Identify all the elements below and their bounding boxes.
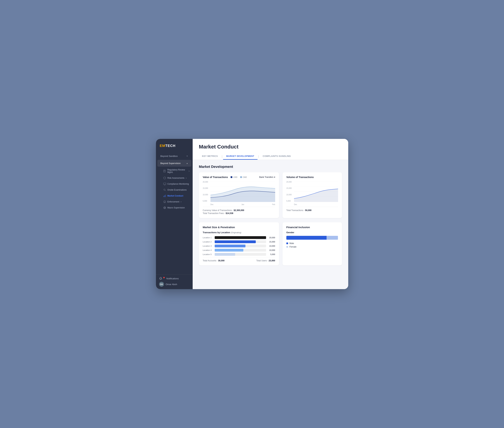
- app-frame: EMTECH Beyond Sandbox ▼ Beyond Supervisi…: [156, 139, 348, 289]
- market-size-footer: Total Accounts - 30,000 Total Users - 23…: [203, 257, 275, 262]
- usd-dot: [231, 176, 232, 178]
- sidebar-item-macro-supervision[interactable]: Macro Supervision: [156, 205, 193, 211]
- volume-x-labels: Dec: [294, 204, 338, 206]
- male-dot: [286, 242, 288, 244]
- bar-value-3: 10,000: [268, 245, 275, 247]
- svg-point-14: [165, 202, 165, 202]
- logo-em: EM: [160, 144, 165, 148]
- chart-footer: Currency Value of Transactions - $2,300,…: [203, 207, 275, 214]
- sidebar-item-regulatory-review[interactable]: Regulatory Review Mgmt. ›: [156, 167, 193, 175]
- search-icon: [163, 189, 166, 191]
- sidebar-item-market-conduct[interactable]: Market Conduct: [156, 193, 193, 199]
- sidebar-footer: Notifications OA Omar Aboh: [156, 274, 193, 289]
- line-chart-svg: [210, 181, 275, 202]
- sidebar-item-compliance-monitoring[interactable]: Compliance Monitoring: [156, 181, 193, 187]
- transaction-fees: $14,538: [226, 212, 233, 214]
- svg-rect-10: [164, 196, 165, 197]
- legend-male: Male: [286, 242, 338, 245]
- cad-dot: [240, 176, 242, 178]
- sidebar-item-onsite-examinations[interactable]: Onsite Examinations: [156, 187, 193, 193]
- main-body: Market Development Value of Transactions…: [193, 160, 348, 289]
- bar-row-2: Location 2 15,000: [203, 240, 275, 243]
- tab-market-development[interactable]: MARKET DEVELOPMENT: [223, 153, 257, 160]
- female-dot: [286, 246, 288, 248]
- legend-usd: USD: [231, 176, 237, 178]
- chevron-right-icon: ›: [189, 170, 190, 172]
- notifications-item[interactable]: Notifications: [159, 277, 190, 280]
- bar-row-5: Location 5 5,000: [203, 253, 275, 256]
- sidebar-nav: Beyond Sandbox ▼ Beyond Supervision ▲ Re…: [156, 151, 193, 274]
- total-users-value: 23,000: [269, 259, 275, 262]
- sidebar-item-beyond-supervision[interactable]: Beyond Supervision ▲: [157, 160, 191, 167]
- bar-track-2: [215, 240, 266, 243]
- chart-svg-container: [210, 181, 275, 202]
- bar-track-4: [215, 249, 266, 252]
- currency-value: $2,300,000: [234, 209, 244, 212]
- value-of-transactions-card: Value of Transactions USD CAD Bank: [199, 172, 279, 218]
- y-axis-labels: 20,000 15,000 10,000 5,000: [203, 181, 210, 202]
- tab-key-metrics[interactable]: KEY METRICS: [199, 153, 221, 160]
- bar-label-3: Location 3: [203, 245, 213, 247]
- female-label: Female: [289, 246, 296, 248]
- monitor-icon: [163, 182, 166, 185]
- volume-card-title: Volume of Transactions: [286, 176, 314, 179]
- card-title: Value of Transactions: [203, 176, 228, 179]
- volume-chart-svg-container: [294, 181, 338, 202]
- main-content: Market Conduct KEY METRICS | MARKET DEVE…: [193, 139, 348, 289]
- svg-line-8: [165, 190, 166, 191]
- bar-track-1: [215, 236, 266, 239]
- logo: EMTECH: [156, 139, 193, 151]
- card-header: Value of Transactions USD CAD Bank: [203, 176, 275, 179]
- chevron-down-icon: ▼: [186, 155, 188, 157]
- tab-divider: |: [221, 153, 223, 160]
- volume-y-labels: 20,000 15,000 10,000 5,000: [286, 181, 294, 202]
- notifications-label: Notifications: [167, 277, 179, 280]
- svg-rect-4: [163, 183, 166, 185]
- user-profile[interactable]: OA Omar Aboh: [159, 282, 190, 287]
- tab-bar: KEY METRICS | MARKET DEVELOPMENT | COMPL…: [199, 153, 342, 160]
- cad-label: CAD: [243, 176, 247, 178]
- total-transactions-line: Total Transactions - 50,000: [286, 209, 338, 212]
- volume-of-transactions-card: Volume of Transactions 20,000 15,000 10,…: [283, 172, 342, 218]
- volume-chart-area: 20,000 15,000 10,000 5,000: [286, 181, 338, 206]
- volume-line-chart-svg: [294, 181, 338, 202]
- bar-fill-5: [215, 253, 235, 256]
- globe-icon: [163, 206, 166, 209]
- gender-title: Gender: [286, 231, 338, 234]
- bar-label-5: Location 5: [203, 253, 213, 255]
- financial-inclusion-card: Financial Inclusion Gender Male Fe: [283, 222, 342, 265]
- tab-complaints-handling[interactable]: COMPLAINTS HANDLING: [260, 153, 294, 160]
- chart-icon: [163, 194, 166, 197]
- bottom-row: Market Size & Penetration Transactions b…: [199, 222, 342, 265]
- bar-label-4: Location 4: [203, 249, 213, 251]
- male-label: Male: [289, 242, 294, 245]
- svg-rect-9: [163, 196, 164, 197]
- currency-value-line: Currency Value of Transactions - $2,300,…: [203, 209, 275, 212]
- chevron-down-icon: ▾: [274, 176, 275, 178]
- bar-value-2: 15,000: [268, 241, 275, 243]
- sidebar-item-beyond-sandbox[interactable]: Beyond Sandbox ▼: [157, 153, 191, 159]
- section-title: Market Development: [199, 165, 342, 169]
- shield-icon: [163, 177, 166, 179]
- logo-tech: TECH: [165, 144, 176, 148]
- bar-label-2: Location 2: [203, 241, 213, 243]
- total-transactions-value: 50,000: [305, 209, 311, 212]
- charts-row: Value of Transactions USD CAD Bank: [199, 172, 342, 218]
- document-icon: [163, 170, 166, 173]
- bar-chart: Location 1 20,000 Location 2 15,000: [203, 236, 275, 256]
- sidebar-item-risk-assessments[interactable]: Risk Assessments ›: [156, 175, 193, 181]
- bar-fill-4: [215, 249, 244, 252]
- user-name: Omar Aboh: [166, 283, 177, 286]
- bar-value-4: 10,000: [268, 249, 275, 251]
- market-size-card: Market Size & Penetration Transactions b…: [199, 222, 279, 265]
- gender-legend: Male Female: [286, 242, 338, 248]
- bank-transfers-dropdown[interactable]: Bank Transfers ▾: [259, 176, 275, 178]
- tab-divider-2: |: [258, 153, 260, 160]
- volume-card-header: Volume of Transactions: [286, 176, 338, 179]
- transaction-fees-line: Total Transaction Fees - $14,538: [203, 212, 275, 214]
- sidebar-item-enforcement[interactable]: Enforcement ›: [156, 199, 193, 205]
- financial-inclusion-title: Financial Inclusion: [286, 226, 338, 229]
- bar-track-5: [215, 253, 266, 256]
- bar-value-1: 20,000: [268, 237, 275, 239]
- legend-cad: CAD: [240, 176, 247, 178]
